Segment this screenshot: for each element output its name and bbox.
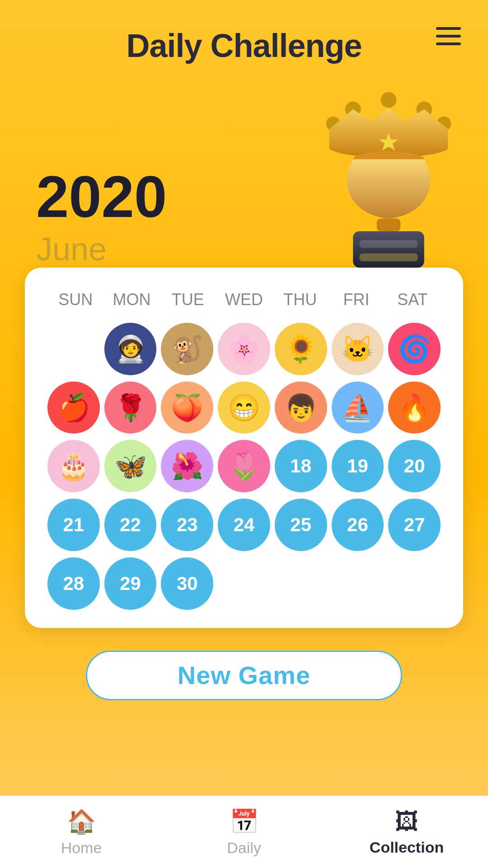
home-nav-icon: 🏠 — [67, 808, 96, 835]
calendar-icon-cell[interactable]: 🍑 — [161, 382, 213, 434]
month-label: June — [36, 231, 167, 268]
calendar-grid: 🧑‍🚀🐒🌸🌻🐱🌀🍎🌹🍑😁👦⛵🔥🎂🦋🌺🌷181920212223242526272… — [47, 323, 441, 610]
svg-point-0 — [381, 92, 397, 108]
header: Daily Challenge — [0, 0, 488, 73]
calendar-number-cell[interactable]: 18 — [275, 440, 327, 492]
new-game-button[interactable]: New Game — [86, 651, 402, 700]
calendar-number-cell[interactable]: 25 — [275, 499, 327, 551]
calendar-icon-cell[interactable]: 🐱 — [332, 323, 384, 375]
calendar-icon-cell[interactable]: 👦 — [275, 382, 327, 434]
day-label: FRI — [328, 286, 384, 314]
svg-rect-8 — [353, 231, 424, 268]
menu-line1 — [436, 27, 461, 30]
calendar-number-cell[interactable]: 28 — [47, 557, 100, 610]
calendar-number-cell[interactable]: 30 — [161, 557, 213, 610]
calendar-icon-cell[interactable]: 🍎 — [47, 382, 100, 434]
svg-rect-9 — [359, 240, 418, 248]
home-nav-label: Home — [61, 839, 102, 857]
day-label: MON — [103, 286, 160, 314]
calendar-icon-cell[interactable]: 🐒 — [161, 323, 213, 375]
menu-line3 — [436, 42, 461, 45]
calendar-card: SUNMONTUEWEDTHUFRISAT 🧑‍🚀🐒🌸🌻🐱🌀🍎🌹🍑😁👦⛵🔥🎂🦋🌺… — [25, 268, 463, 628]
svg-rect-7 — [377, 219, 401, 231]
day-label: WED — [216, 286, 272, 314]
calendar-icon-cell[interactable]: 🧑‍🚀 — [104, 323, 157, 375]
calendar-number-cell[interactable]: 26 — [332, 499, 384, 551]
daily-nav-label: Daily — [227, 839, 261, 857]
calendar-icon-cell[interactable]: 🌺 — [161, 440, 213, 492]
calendar-icon-cell[interactable]: 🌹 — [104, 382, 157, 434]
calendar-icon-cell[interactable]: 🌀 — [388, 323, 441, 375]
calendar-header: SUNMONTUEWEDTHUFRISAT — [47, 286, 441, 314]
calendar-number-cell[interactable]: 23 — [161, 499, 213, 551]
hero-area: 2020 June — [0, 73, 488, 268]
daily-nav-icon: 📅 — [230, 808, 259, 835]
calendar-number-cell[interactable]: 19 — [332, 440, 384, 492]
calendar-icon-cell[interactable]: 🌷 — [218, 440, 270, 492]
calendar-icon-cell[interactable]: 🌸 — [218, 323, 270, 375]
calendar-icon-cell[interactable]: 🦋 — [104, 440, 157, 492]
calendar-number-cell[interactable]: 21 — [47, 499, 100, 551]
calendar-icon-cell[interactable]: 🌻 — [275, 323, 327, 375]
day-label: SAT — [385, 286, 441, 314]
calendar-icon-cell[interactable]: 😁 — [218, 382, 270, 434]
calendar-number-cell[interactable]: 22 — [104, 499, 157, 551]
menu-button[interactable] — [436, 27, 461, 45]
bottom-navigation: 🏠Home📅Daily🖼Collection — [0, 796, 488, 868]
nav-item-daily[interactable]: 📅Daily — [199, 808, 289, 857]
calendar-number-cell[interactable]: 29 — [104, 557, 157, 610]
collection-nav-icon: 🖼 — [395, 808, 418, 835]
calendar-number-cell[interactable]: 20 — [388, 440, 441, 492]
calendar-icon-cell[interactable]: ⛵ — [332, 382, 384, 434]
year-label: 2020 — [36, 167, 167, 226]
nav-item-collection[interactable]: 🖼Collection — [361, 808, 452, 856]
calendar-number-cell[interactable]: 24 — [218, 499, 270, 551]
day-label: SUN — [47, 286, 103, 314]
svg-rect-10 — [359, 254, 418, 262]
calendar-icon-cell[interactable]: 🔥 — [388, 382, 441, 434]
trophy-image — [307, 78, 470, 268]
day-label: THU — [272, 286, 328, 314]
page-title: Daily Challenge — [126, 27, 361, 64]
day-label: TUE — [160, 286, 216, 314]
calendar-number-cell[interactable]: 27 — [388, 499, 441, 551]
menu-line2 — [436, 35, 461, 38]
calendar-icon-cell[interactable]: 🎂 — [47, 440, 100, 492]
year-month: 2020 June — [36, 167, 167, 268]
collection-nav-label: Collection — [370, 839, 444, 856]
nav-item-home[interactable]: 🏠Home — [36, 808, 127, 857]
